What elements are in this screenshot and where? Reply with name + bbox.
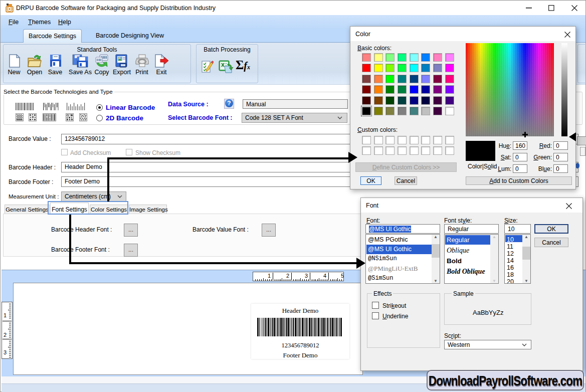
svg-text:4: 4 — [323, 273, 326, 279]
svg-text:1: 1 — [268, 273, 271, 279]
svg-text:3: 3 — [305, 273, 308, 279]
svg-text:5: 5 — [341, 273, 344, 279]
svg-text:3: 3 — [4, 349, 7, 355]
svg-text:1: 1 — [4, 312, 7, 318]
svg-text:2: 2 — [286, 273, 289, 279]
svg-text:2: 2 — [4, 332, 7, 338]
